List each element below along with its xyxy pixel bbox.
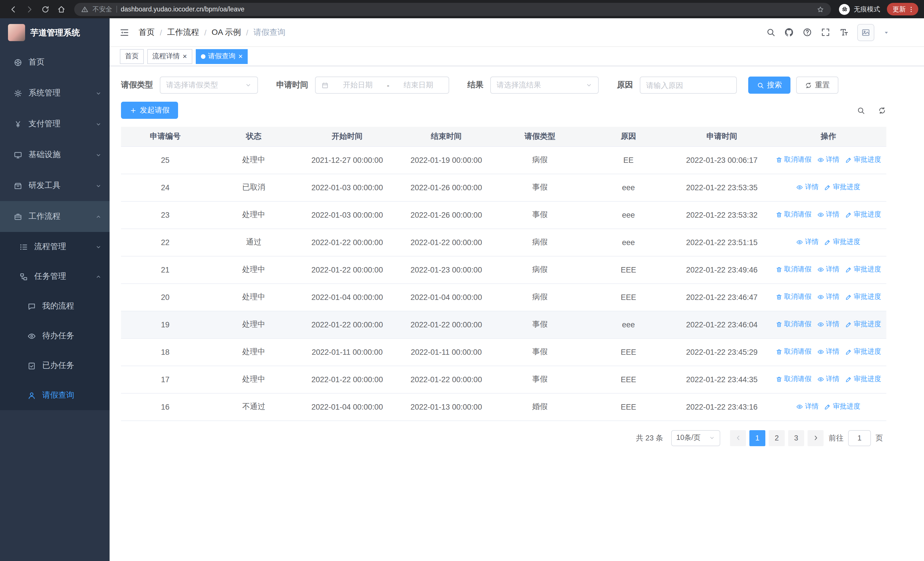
- result-select[interactable]: 请选择流结果: [490, 77, 599, 94]
- next-page-button[interactable]: [808, 430, 824, 446]
- breadcrumb-item[interactable]: 工作流程: [167, 27, 199, 38]
- back-button[interactable]: [6, 2, 21, 17]
- detail-action[interactable]: 详情: [817, 210, 840, 220]
- user-avatar[interactable]: [857, 24, 874, 41]
- action-label: 详情: [805, 238, 819, 247]
- eye-icon: [817, 266, 824, 273]
- breadcrumb-item[interactable]: 首页: [139, 27, 154, 38]
- cancel-leave-action[interactable]: 取消请假: [776, 320, 812, 329]
- detail-action[interactable]: 详情: [817, 292, 840, 302]
- leave-type-select[interactable]: 请选择请假类型: [160, 77, 258, 94]
- reset-button[interactable]: 重置: [796, 77, 838, 94]
- breadcrumb-item[interactable]: OA 示例: [212, 27, 241, 38]
- update-label: 更新: [892, 5, 906, 14]
- create-leave-button[interactable]: 发起请假: [121, 102, 178, 119]
- sidebar-item-todo-tasks[interactable]: 待办任务: [0, 321, 110, 351]
- cancel-leave-action[interactable]: 取消请假: [776, 265, 812, 275]
- font-size-icon[interactable]: [839, 27, 849, 37]
- tab-leave-query[interactable]: 请假查询×: [195, 49, 248, 64]
- sidebar-item-done-tasks[interactable]: 已办任务: [0, 351, 110, 381]
- cell-start: 2022-01-03 00:00:00: [298, 201, 396, 229]
- approval-progress-action[interactable]: 审批进度: [845, 155, 881, 165]
- approval-progress-action[interactable]: 审批进度: [845, 292, 881, 302]
- approval-progress-action[interactable]: 审批进度: [824, 182, 860, 192]
- update-chrome-button[interactable]: 更新: [887, 3, 918, 15]
- action-label: 取消请假: [784, 210, 812, 220]
- bookmark-star-icon[interactable]: [817, 5, 824, 13]
- approval-progress-action[interactable]: 审批进度: [845, 210, 881, 220]
- trash-icon: [776, 349, 783, 355]
- cancel-leave-action[interactable]: 取消请假: [776, 375, 812, 384]
- cancel-leave-action[interactable]: 取消请假: [776, 347, 812, 357]
- sidebar-item-workflow[interactable]: 工作流程: [0, 201, 110, 232]
- kebab-menu-icon[interactable]: [908, 5, 915, 13]
- user-menu-caret-icon[interactable]: [883, 29, 890, 36]
- cancel-leave-action[interactable]: 取消请假: [776, 155, 812, 165]
- detail-action[interactable]: 详情: [817, 347, 840, 357]
- approval-progress-action[interactable]: 审批进度: [845, 375, 881, 384]
- sidebar-item-payment[interactable]: 支付管理: [0, 108, 110, 139]
- approval-progress-action[interactable]: 审批进度: [845, 265, 881, 275]
- cancel-leave-action[interactable]: 取消请假: [776, 292, 812, 302]
- collapse-sidebar-icon[interactable]: [119, 27, 129, 38]
- not-secure-warning-icon[interactable]: [81, 5, 88, 13]
- detail-action[interactable]: 详情: [817, 375, 840, 384]
- sidebar-item-task-management[interactable]: 任务管理: [0, 262, 110, 291]
- approval-progress-action[interactable]: 审批进度: [845, 347, 881, 357]
- sidebar-item-system[interactable]: 系统管理: [0, 78, 110, 108]
- approval-progress-action[interactable]: 审批进度: [824, 402, 860, 412]
- pagination: 共 23 条 10条/页 123 前往 页: [121, 430, 886, 446]
- reason-input[interactable]: [640, 77, 737, 94]
- close-icon[interactable]: ×: [238, 53, 243, 60]
- sidebar-item-leave-query[interactable]: 请假查询: [0, 381, 110, 410]
- sidebar-item-infrastructure[interactable]: 基础设施: [0, 139, 110, 170]
- refresh-table-icon[interactable]: [878, 106, 886, 114]
- sidebar-item-home[interactable]: 首页: [0, 47, 110, 78]
- tab-process-detail[interactable]: 流程详情×: [147, 49, 192, 64]
- action-label: 审批进度: [833, 402, 860, 412]
- approval-progress-action[interactable]: 审批进度: [845, 320, 881, 329]
- approval-progress-action[interactable]: 审批进度: [824, 238, 860, 247]
- toggle-search-icon[interactable]: [856, 106, 865, 114]
- tab-home[interactable]: 首页: [120, 49, 144, 64]
- sidebar-item-dev-tools[interactable]: 研发工具: [0, 170, 110, 201]
- detail-action[interactable]: 详情: [817, 155, 840, 165]
- cancel-leave-action[interactable]: 取消请假: [776, 210, 812, 220]
- sidebar-item-process-management[interactable]: 流程管理: [0, 232, 110, 262]
- github-icon[interactable]: [784, 27, 794, 37]
- page-size-select[interactable]: 10条/页: [671, 430, 720, 446]
- forward-button[interactable]: [22, 2, 36, 17]
- sidebar-menu: 首页系统管理支付管理基础设施研发工具工作流程流程管理任务管理我的流程待办任务已办…: [0, 47, 110, 410]
- address-bar[interactable]: 不安全 dashboard.yudao.iocoder.cn/bpm/oa/le…: [74, 3, 831, 16]
- cell-reason: EE: [584, 146, 673, 174]
- detail-action[interactable]: 详情: [796, 238, 819, 247]
- goto-page-input[interactable]: [848, 430, 871, 446]
- cell-actions: 取消请假详情审批进度: [771, 283, 886, 311]
- detail-action[interactable]: 详情: [817, 265, 840, 275]
- cell-reason: eee: [584, 174, 673, 201]
- search-button[interactable]: 搜索: [748, 77, 790, 94]
- sidebar-item-my-process[interactable]: 我的流程: [0, 291, 110, 321]
- start-date-placeholder: 开始日期: [333, 80, 382, 90]
- reload-button[interactable]: [38, 2, 52, 17]
- help-icon[interactable]: [802, 27, 812, 37]
- active-tab-dot: [201, 54, 205, 59]
- page-button-3[interactable]: 3: [788, 430, 804, 446]
- page-button-2[interactable]: 2: [769, 430, 785, 446]
- fullscreen-icon[interactable]: [821, 27, 830, 37]
- browser-home-button[interactable]: [54, 2, 69, 17]
- detail-action[interactable]: 详情: [796, 402, 819, 412]
- table-row: 22通过2022-01-22 00:00:002022-01-22 00:00:…: [121, 229, 886, 256]
- page-button-1[interactable]: 1: [749, 430, 765, 446]
- detail-action[interactable]: 详情: [817, 320, 840, 329]
- cell-status: 处理中: [210, 146, 298, 174]
- prev-page-button[interactable]: [730, 430, 746, 446]
- table-toolbar: 发起请假: [121, 102, 886, 119]
- apply-time-range-picker[interactable]: 开始日期 - 结束日期: [315, 77, 449, 94]
- detail-action[interactable]: 详情: [796, 182, 819, 192]
- leave-table: 申请编号状态开始时间结束时间请假类型原因申请时间操作 25处理中2021-12-…: [121, 127, 886, 421]
- action-label: 详情: [805, 182, 819, 192]
- close-icon[interactable]: ×: [183, 53, 187, 60]
- header-search-icon[interactable]: [766, 27, 776, 37]
- cell-id: 18: [121, 338, 210, 365]
